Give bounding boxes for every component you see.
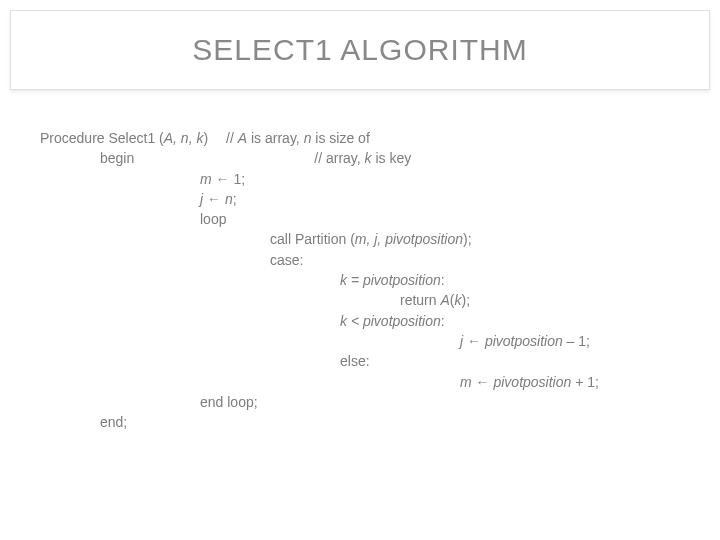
code-line: call Partition (m, j, pivotposition); (40, 229, 690, 249)
t: call Partition ( (270, 231, 355, 247)
t: j (200, 191, 207, 207)
t: is size of (311, 130, 369, 146)
t: pivotposition (481, 333, 567, 349)
t: end loop; (200, 394, 258, 410)
slide: SELECT1 ALGORITHM Procedure Select1 (A, … (0, 0, 720, 540)
code-line: k < pivotposition: (40, 311, 690, 331)
t: ; (233, 191, 237, 207)
t: k (365, 150, 372, 166)
t: ); (463, 231, 472, 247)
t: A, n, k (164, 130, 204, 146)
code-line: end loop; (40, 392, 690, 412)
slide-body: Procedure Select1 (A, n, k)// A is array… (40, 128, 690, 432)
code-line: k = pivotposition: (40, 270, 690, 290)
code-line: else: (40, 351, 690, 371)
t: A (238, 130, 247, 146)
left-arrow-icon: ← (216, 171, 230, 187)
t: is array, (247, 130, 304, 146)
t: j (460, 333, 467, 349)
left-arrow-icon: ← (467, 333, 481, 349)
code-line: j ← pivotposition – 1; (40, 331, 690, 351)
t: ) (203, 130, 208, 146)
t: ); (461, 292, 470, 308)
t: return (400, 292, 440, 308)
code-line: j ← n; (40, 189, 690, 209)
t: 1; (230, 171, 246, 187)
t: end; (100, 414, 127, 430)
code-line: m ← pivotposition + 1; (40, 372, 690, 392)
t: k = pivotposition (340, 272, 441, 288)
t: is key (372, 150, 412, 166)
code-line: m ← 1; (40, 169, 690, 189)
code-line: return A(k); (40, 290, 690, 310)
slide-title: SELECT1 ALGORITHM (192, 33, 527, 67)
t: n (221, 191, 233, 207)
title-band: SELECT1 ALGORITHM (10, 10, 710, 90)
t: loop (200, 211, 226, 227)
t: m (200, 171, 216, 187)
t: pivotposition (490, 374, 576, 390)
code-line: case: (40, 250, 690, 270)
t: // (226, 130, 238, 146)
left-arrow-icon: ← (207, 191, 221, 207)
t: else: (340, 353, 370, 369)
t: m (460, 374, 476, 390)
t: Procedure Select1 ( (40, 130, 164, 146)
t: : (441, 272, 445, 288)
code-line: loop (40, 209, 690, 229)
t: // array, (314, 150, 364, 166)
t: – 1; (567, 333, 590, 349)
t: begin (100, 150, 134, 166)
left-arrow-icon: ← (476, 374, 490, 390)
t: k < pivotposition (340, 313, 441, 329)
code-line: begin// array, k is key (40, 148, 690, 168)
t: case: (270, 252, 303, 268)
t: + 1; (575, 374, 599, 390)
t: m, j, pivotposition (355, 231, 463, 247)
code-line: end; (40, 412, 690, 432)
t: : (441, 313, 445, 329)
code-line: Procedure Select1 (A, n, k)// A is array… (40, 128, 690, 148)
t: A (440, 292, 449, 308)
